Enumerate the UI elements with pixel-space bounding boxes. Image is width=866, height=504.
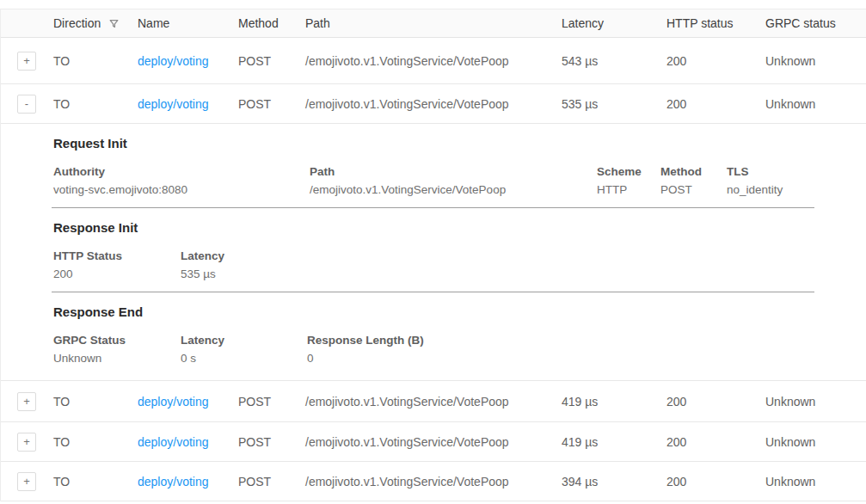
grpc-status-cell: Unknown (765, 54, 866, 68)
authority-label: Authority (53, 164, 310, 179)
table-row: + TO deploy/voting POST /emojivoto.v1.Vo… (0, 38, 866, 84)
expand-row-button[interactable]: + (17, 52, 36, 71)
expand-row-button[interactable]: + (17, 433, 36, 452)
expand-cell: + (0, 52, 53, 71)
method-cell: POST (238, 54, 305, 68)
request-detail-panel: Request Init Authority voting-svc.emojiv… (0, 124, 866, 381)
table-row: + TO deploy/voting POST /emojivoto.v1.Vo… (0, 422, 866, 462)
path-cell: /emojivoto.v1.VotingService/VotePoop (305, 475, 562, 489)
http-status-cell: 200 (666, 475, 765, 489)
grpc-status-cell: Unknown (765, 435, 866, 449)
expand-cell: + (0, 392, 53, 411)
latency-field: Latency 0 s (181, 333, 307, 366)
tls-value: no_identity (727, 182, 814, 197)
deployment-link[interactable]: deploy/voting (138, 475, 209, 489)
method-cell: POST (238, 475, 305, 489)
column-header-direction-label: Direction (53, 16, 101, 30)
response-init-title: Response Init (53, 220, 814, 236)
grpc-status-label: GRPC Status (53, 333, 181, 347)
path-cell: /emojivoto.v1.VotingService/VotePoop (305, 395, 562, 409)
method-cell: POST (238, 395, 305, 409)
latency-cell: 394 µs (562, 475, 666, 489)
http-status-field: HTTP Status 200 (53, 249, 181, 281)
path-value: /emojivoto.v1.VotingService/VotePoop (310, 182, 597, 197)
grpc-status-field: GRPC Status Unknown (53, 333, 181, 366)
latency-value: 535 µs (181, 267, 814, 281)
method-field: Method POST (660, 164, 727, 197)
path-cell: /emojivoto.v1.VotingService/VotePoop (305, 54, 562, 68)
path-label: Path (310, 164, 597, 179)
latency-cell: 419 µs (562, 395, 666, 409)
expand-row-button[interactable]: + (17, 472, 36, 491)
latency-field: Latency 535 µs (181, 249, 814, 281)
latency-cell: 535 µs (562, 97, 666, 111)
http-status-value: 200 (53, 267, 181, 281)
response-end-section: Response End GRPC Status Unknown Latency… (52, 292, 814, 381)
latency-label: Latency (181, 249, 814, 263)
collapse-row-button[interactable]: - (17, 95, 36, 114)
expand-cell: + (0, 472, 53, 491)
expand-row-button[interactable]: + (17, 392, 36, 411)
expand-cell: - (0, 95, 53, 114)
response-length-field: Response Length (B) 0 (307, 333, 814, 366)
http-status-cell: 200 (666, 97, 765, 111)
top-margin (0, 0, 866, 9)
direction-cell: TO (53, 435, 138, 449)
method-cell: POST (238, 97, 305, 111)
column-header-method: Method (238, 16, 305, 30)
table-header-row: Direction Name Method Path Latency HTTP … (0, 9, 866, 38)
authority-value: voting-svc.emojivoto:8080 (53, 182, 310, 197)
column-header-grpc-status: GRPC status (765, 16, 866, 30)
table-left-border (0, 9, 1, 501)
deployment-link[interactable]: deploy/voting (138, 97, 209, 111)
scheme-value: HTTP (597, 182, 660, 197)
request-init-section: Request Init Authority voting-svc.emojiv… (52, 124, 814, 208)
grpc-status-value: Unknown (53, 351, 181, 366)
response-end-title: Response End (53, 304, 814, 320)
request-init-title: Request Init (53, 136, 814, 151)
path-cell: /emojivoto.v1.VotingService/VotePoop (305, 97, 562, 111)
grpc-status-cell: Unknown (765, 97, 866, 111)
column-header-http-status: HTTP status (666, 16, 765, 30)
table-row: + TO deploy/voting POST /emojivoto.v1.Vo… (0, 381, 866, 422)
column-header-latency: Latency (562, 16, 666, 30)
direction-cell: TO (53, 97, 138, 111)
tap-requests-table: Direction Name Method Path Latency HTTP … (0, 0, 866, 504)
http-status-cell: 200 (666, 435, 765, 449)
table-row: + TO deploy/voting POST /emojivoto.v1.Vo… (0, 462, 866, 501)
deployment-link[interactable]: deploy/voting (138, 54, 209, 68)
response-length-value: 0 (307, 351, 814, 366)
grpc-status-cell: Unknown (765, 395, 866, 409)
response-init-section: Response Init HTTP Status 200 Latency 53… (52, 208, 814, 292)
direction-cell: TO (53, 475, 138, 489)
expand-cell: + (0, 433, 53, 452)
table-row-expanded: - TO deploy/voting POST /emojivoto.v1.Vo… (0, 84, 866, 124)
latency-cell: 543 µs (562, 54, 666, 68)
latency-cell: 419 µs (562, 435, 666, 449)
scheme-label: Scheme (597, 164, 660, 179)
method-label: Method (660, 164, 727, 179)
method-value: POST (660, 182, 727, 197)
latency-label: Latency (181, 333, 307, 347)
http-status-cell: 200 (666, 54, 765, 68)
direction-cell: TO (53, 54, 138, 68)
authority-field: Authority voting-svc.emojivoto:8080 (53, 164, 310, 197)
tls-label: TLS (727, 164, 814, 179)
method-cell: POST (238, 435, 305, 449)
http-status-label: HTTP Status (53, 249, 181, 263)
column-header-name: Name (138, 16, 238, 30)
column-header-path: Path (305, 16, 562, 30)
deployment-link[interactable]: deploy/voting (138, 395, 209, 409)
scheme-field: Scheme HTTP (597, 164, 660, 197)
response-length-label: Response Length (B) (307, 333, 814, 347)
tls-field: TLS no_identity (727, 164, 814, 197)
path-cell: /emojivoto.v1.VotingService/VotePoop (305, 435, 562, 449)
latency-value: 0 s (181, 351, 307, 366)
grpc-status-cell: Unknown (765, 475, 866, 489)
column-header-direction: Direction (53, 16, 138, 30)
direction-cell: TO (53, 395, 138, 409)
filter-funnel-icon[interactable] (108, 18, 120, 29)
deployment-link[interactable]: deploy/voting (138, 435, 209, 449)
path-field: Path /emojivoto.v1.VotingService/VotePoo… (310, 164, 597, 197)
http-status-cell: 200 (666, 395, 765, 409)
